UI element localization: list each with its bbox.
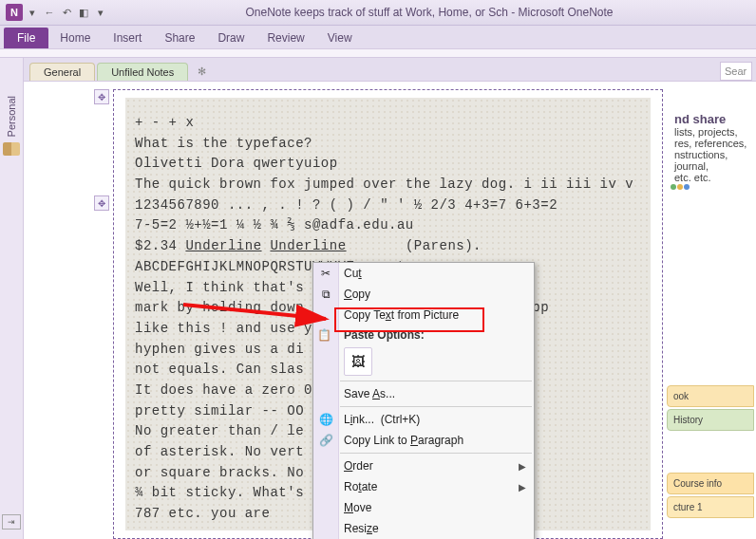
menu-copy-text-from-picture[interactable]: Copy Text from Picture bbox=[313, 305, 534, 325]
menu-copy-link-paragraph[interactable]: 🔗Copy Link to Paragraph bbox=[313, 430, 534, 451]
share-line: etc. etc. bbox=[674, 172, 748, 183]
menu-rotate[interactable]: Rotate▶ bbox=[313, 476, 534, 497]
ocr-line: $2.34 Underline Underline (Parens). bbox=[135, 236, 641, 257]
copy-icon: ⧉ bbox=[317, 286, 334, 303]
ribbon-tabs: File Home Insert Share Draw Review View bbox=[0, 26, 756, 48]
share-title: nd share bbox=[674, 112, 748, 126]
tab-view[interactable]: View bbox=[316, 28, 364, 48]
tab-review[interactable]: Review bbox=[255, 28, 315, 48]
notebook-icon[interactable] bbox=[3, 142, 20, 156]
container-move-handle[interactable]: ✥ bbox=[94, 89, 109, 104]
page-tab[interactable]: ook bbox=[667, 385, 754, 407]
section-tab-unfiled[interactable]: Unfiled Notes bbox=[97, 63, 188, 81]
chevron-right-icon: ▶ bbox=[519, 482, 526, 493]
ribbon-bar bbox=[0, 48, 756, 58]
back-icon[interactable]: ← bbox=[42, 5, 57, 20]
chevron-right-icon: ▶ bbox=[519, 461, 526, 472]
globe-link-icon: 🌐 bbox=[317, 411, 334, 428]
ocr-line: The quick brown fox jumped over the lazy… bbox=[135, 175, 641, 195]
undo-icon[interactable]: ↶ bbox=[59, 5, 74, 20]
file-tab[interactable]: File bbox=[4, 28, 48, 48]
share-info: nd share lists, projects, res, reference… bbox=[667, 104, 756, 191]
context-menu: ✂Cut ⧉Copy Copy Text from Picture 📋Paste… bbox=[312, 262, 535, 539]
ocr-line: + - + x bbox=[135, 113, 641, 134]
menu-order[interactable]: Order▶ bbox=[313, 455, 534, 476]
menu-save-as[interactable]: Save As... bbox=[313, 383, 534, 404]
menu-paste-option[interactable]: 🖼 bbox=[313, 344, 534, 379]
new-section-button[interactable]: ✻ bbox=[190, 63, 214, 81]
dock-icon[interactable]: ◧ bbox=[76, 5, 91, 20]
right-panel: nd share lists, projects, res, reference… bbox=[667, 104, 756, 539]
menu-move[interactable]: Move bbox=[313, 497, 534, 518]
ocr-line: Olivetti Dora qwertyuiop bbox=[135, 154, 641, 175]
share-line: lists, projects, bbox=[674, 126, 748, 138]
tab-share[interactable]: Share bbox=[153, 28, 206, 48]
page-tab[interactable]: Course info bbox=[667, 473, 754, 494]
qat-dropdown-icon[interactable]: ▾ bbox=[25, 5, 40, 20]
link-icon: 🔗 bbox=[317, 432, 334, 449]
paste-picture-icon[interactable]: 🖼 bbox=[344, 347, 372, 376]
clipboard-icon: 📋 bbox=[317, 328, 331, 342]
quick-access-toolbar: N ▾ ← ↶ ◧ ▾ bbox=[6, 4, 108, 21]
page-tabs: ook History Course info cture 1 bbox=[667, 385, 756, 539]
scissors-icon: ✂ bbox=[317, 265, 334, 282]
tab-home[interactable]: Home bbox=[48, 28, 102, 48]
search-input[interactable]: Sear bbox=[720, 62, 752, 81]
qat-more-icon[interactable]: ▾ bbox=[93, 5, 108, 20]
section-tab-general[interactable]: General bbox=[29, 63, 95, 81]
title-bar: N ▾ ← ↶ ◧ ▾ OneNote keeps track of stuff… bbox=[0, 0, 756, 26]
container-side-handle[interactable]: ✥ bbox=[94, 195, 109, 211]
menu-resize[interactable]: Resize bbox=[313, 518, 534, 539]
window-title: OneNote keeps track of stuff at Work, Ho… bbox=[108, 6, 750, 19]
menu-cut[interactable]: ✂Cut bbox=[313, 263, 534, 284]
menu-link[interactable]: 🌐Link... (Ctrl+K) bbox=[313, 409, 534, 430]
tab-draw[interactable]: Draw bbox=[206, 28, 255, 48]
menu-paste-options-label: 📋Paste Options: bbox=[313, 325, 534, 344]
tab-insert[interactable]: Insert bbox=[102, 28, 153, 48]
collapse-rail-icon[interactable]: ⇥ bbox=[2, 514, 21, 530]
section-tabs: General Unfiled Notes ✻ Sear bbox=[24, 58, 756, 82]
share-line: nstructions, journal, bbox=[674, 149, 748, 172]
notebook-label[interactable]: Personal bbox=[6, 96, 17, 137]
ocr-line: 7-5=2 ½+½=1 ¼ ½ ¾ ⅔ s@adfa.edu.au bbox=[135, 215, 641, 236]
app-icon[interactable]: N bbox=[6, 4, 23, 21]
share-line: res, references, bbox=[674, 138, 748, 149]
notebook-rail: Personal ⇥ bbox=[0, 58, 24, 539]
ocr-line: What is the typeface? bbox=[135, 134, 641, 155]
menu-copy[interactable]: ⧉Copy bbox=[313, 284, 534, 305]
page-tab[interactable]: cture 1 bbox=[667, 496, 754, 518]
page-canvas[interactable]: ✥ ✥ + - + x What is the typeface? Olivet… bbox=[24, 82, 756, 539]
page-tab[interactable]: History bbox=[667, 409, 754, 431]
ocr-line: 1234567890 ... , . ! ? ( ) / " ' ½ 2/3 4… bbox=[135, 195, 641, 216]
